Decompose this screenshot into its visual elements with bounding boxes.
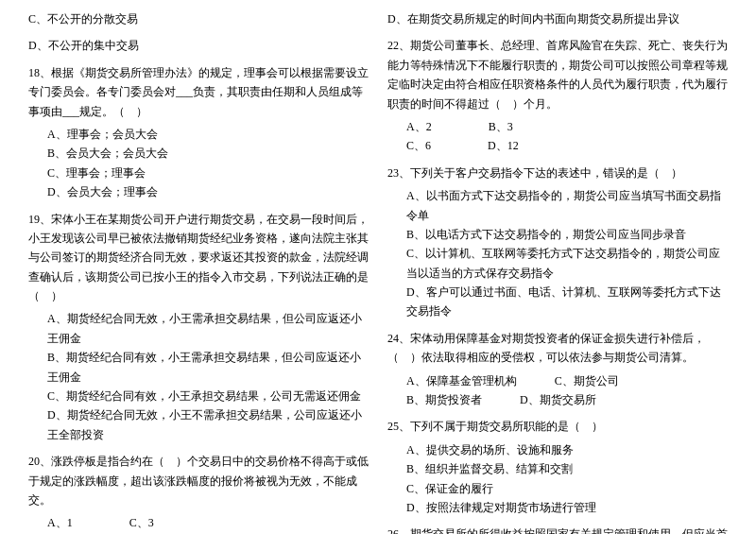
question-24: 24、宋体动用保障基金对期货投资者的保证金损失进行补偿后，（ ）依法取得相应的受…	[387, 329, 728, 410]
question-26: 26、期货交易所的所得收益按照国家有关规定管理和使用，但应当首先用于（ ）	[387, 525, 728, 534]
list-item: C、理事会；理事会	[47, 164, 369, 182]
question-23: 23、下列关于客户交易指令下达的表述中，错误的是（ ） A、以书面方式下达交易指…	[387, 164, 728, 321]
question-18: 18、根据《期货交易所管理办法》的规定，理事会可以根据需要设立专门委员会。各专门…	[28, 63, 369, 202]
list-item: A、以书面方式下达交易指令的，期货公司应当填写书面交易指令单	[406, 186, 728, 225]
list-item: B、期货经纪合同有效，小王需承担交易结果，但公司应返还小王佣金	[47, 348, 369, 387]
q25-text: 25、下列不属于期货交易所职能的是（ ）	[387, 417, 728, 436]
list-item: D、客户可以通过书面、电话、计算机、互联网等委托方式下达交易指令	[406, 283, 728, 321]
main-columns: C、不公开的分散交易 D、不公开的集中交易 18、根据《期货交易所管理办法》的规…	[28, 9, 728, 534]
list-item: B、期货投资者	[406, 390, 482, 409]
list-item: B、会员大会；会员大会	[47, 144, 369, 163]
q24-text: 24、宋体动用保障基金对期货投资者的保证金损失进行补偿后，（ ）依法取得相应的受…	[387, 329, 728, 368]
list-item: A、理事会；会员大会	[47, 125, 369, 144]
q25-options: A、提供交易的场所、设施和服务 B、组织并监督交易、结算和交割 C、保证金的履行…	[387, 440, 728, 518]
q-d-right-text: D、在期货交易所规定的时间内书面向期货交易所提出异议	[387, 9, 728, 28]
list-item: A、2	[406, 117, 432, 136]
q18-text: 18、根据《期货交易所管理办法》的规定，理事会可以根据需要设立专门委员会。各专门…	[28, 63, 369, 121]
list-item: C、期货公司	[555, 371, 619, 390]
q23-options: A、以书面方式下达交易指令的，期货公司应当填写书面交易指令单 B、以电话方式下达…	[387, 186, 728, 321]
list-item: C、期货经纪合同有效，小王承担交易结果，公司无需返还佣金	[47, 387, 369, 405]
right-column: D、在期货交易所规定的时间内书面向期货交易所提出异议 22、期货公司董事长、总经…	[378, 9, 728, 534]
question-20: 20、涨跌停板是指合约在（ ）个交易日中的交易价格不得高于或低于规定的涨跌幅度，…	[28, 452, 369, 534]
question-c-indent: C、不公开的分散交易	[28, 9, 369, 28]
list-item: C、以计算机、互联网等委托方式下达交易指令的，期货公司应当以适当的方式保存交易指…	[406, 244, 728, 283]
q19-text: 19、宋体小王在某期货公司开户进行期货交易，在交易一段时间后，小王发现该公司早已…	[28, 210, 369, 306]
list-item: D、期货经纪合同无效，小王不需承担交易结果，公司应返还小王全部投资	[47, 405, 369, 444]
list-item: B、以电话方式下达交易指令的，期货公司应当同步录音	[406, 225, 728, 244]
q20-options: A、1 C、3 B、2 D、6	[28, 513, 369, 534]
list-item: B、组织并监督交易、结算和交割	[406, 459, 728, 478]
q-d-text: D、不公开的集中交易	[28, 36, 369, 55]
q18-options: A、理事会；会员大会 B、会员大会；会员大会 C、理事会；理事会 D、会员大会；…	[28, 125, 369, 202]
list-item: A、提供交易的场所、设施和服务	[406, 440, 728, 459]
question-19: 19、宋体小王在某期货公司开户进行期货交易，在交易一段时间后，小王发现该公司早已…	[28, 210, 369, 445]
list-item: D、12	[488, 136, 519, 155]
list-item: A、1	[47, 513, 73, 532]
q26-text: 26、期货交易所的所得收益按照国家有关规定管理和使用，但应当首先用于（ ）	[387, 525, 728, 534]
question-25: 25、下列不属于期货交易所职能的是（ ） A、提供交易的场所、设施和服务 B、组…	[387, 417, 728, 517]
q20-text: 20、涨跌停板是指合约在（ ）个交易日中的交易价格不得高于或低于规定的涨跌幅度，…	[28, 452, 369, 509]
question-d-indent: D、不公开的集中交易	[28, 36, 369, 55]
list-item: A、期货经纪合同无效，小王需承担交易结果，但公司应返还小王佣金	[47, 309, 369, 348]
question-d-right: D、在期货交易所规定的时间内书面向期货交易所提出异议	[387, 9, 728, 28]
q22-text: 22、期货公司董事长、总经理、首席风险官在失踪、死亡、丧失行为能力等特殊情况下不…	[387, 36, 728, 113]
list-item: D、按照法律规定对期货市场进行管理	[406, 498, 728, 517]
q-c-text: C、不公开的分散交易	[28, 9, 369, 28]
question-22: 22、期货公司董事长、总经理、首席风险官在失踪、死亡、丧失行为能力等特殊情况下不…	[387, 36, 728, 155]
q22-options: A、2 B、3 C、6 D、12	[387, 117, 728, 156]
q19-options: A、期货经纪合同无效，小王需承担交易结果，但公司应返还小王佣金 B、期货经纪合同…	[28, 309, 369, 444]
q24-options: A、保障基金管理机构 C、期货公司 B、期货投资者 D、期货交易所	[387, 371, 728, 410]
list-item: C、6	[406, 136, 431, 155]
left-column: C、不公开的分散交易 D、不公开的集中交易 18、根据《期货交易所管理办法》的规…	[28, 9, 378, 534]
list-item: D、会员大会；理事会	[47, 182, 369, 201]
page-content: C、不公开的分散交易 D、不公开的集中交易 18、根据《期货交易所管理办法》的规…	[28, 9, 728, 534]
list-item: C、3	[129, 513, 154, 532]
q23-text: 23、下列关于客户交易指令下达的表述中，错误的是（ ）	[387, 164, 728, 182]
list-item: B、3	[489, 117, 513, 136]
list-item: C、保证金的履行	[406, 479, 728, 498]
list-item: A、保障基金管理机构	[406, 371, 517, 390]
list-item: D、期货交易所	[520, 390, 596, 409]
